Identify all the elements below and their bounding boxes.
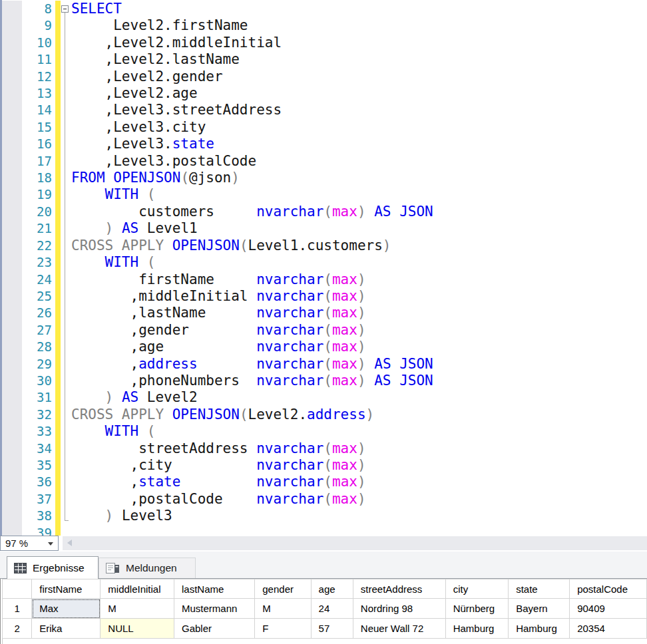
code-token	[366, 204, 375, 220]
grid-cell[interactable]: Mustermann	[174, 599, 255, 619]
code-line[interactable]: 15 ,Level3.city	[2, 119, 647, 136]
code-line[interactable]: 38 ) Level3	[2, 508, 647, 524]
code-line[interactable]: 14 ,Level3.streetAddress	[2, 102, 647, 118]
code-line[interactable]: 26 ,lastName nvarchar(max)	[2, 305, 647, 321]
code-line[interactable]: 19 WITH (	[2, 186, 647, 203]
line-number: 31	[22, 389, 55, 406]
grid-cell[interactable]: NULL	[101, 619, 174, 639]
grid-cell-selected[interactable]: Max	[32, 599, 101, 619]
results-grid: firstNamemiddleInitiallastNamegenderages…	[2, 579, 647, 639]
outline-guide	[61, 457, 71, 474]
grid-cell[interactable]: 57	[311, 619, 353, 639]
code-line[interactable]: 25 ,middleInitial nvarchar(max)	[2, 288, 647, 305]
code-line[interactable]: 32CROSS APPLY OPENJSON(Level2.address)	[2, 406, 647, 423]
code-token: customers	[71, 204, 256, 220]
code-line[interactable]: 37 ,postalCode nvarchar(max)	[2, 491, 647, 508]
grid-cell[interactable]: Neuer Wall 72	[353, 619, 445, 639]
code-token: )	[357, 271, 366, 287]
grid-cell[interactable]: F	[255, 619, 311, 639]
line-number: 26	[22, 305, 55, 321]
grid-cell[interactable]: Erika	[32, 619, 101, 639]
code-line[interactable]: 29 ,address nvarchar(max) AS JSON	[2, 356, 647, 373]
code-line[interactable]: 11 ,Level2.lastName	[2, 51, 647, 68]
code-text: ,middleInitial nvarchar(max)	[71, 288, 647, 305]
code-line[interactable]: 31 ) AS Level2	[2, 389, 647, 406]
grid-column-header[interactable]: gender	[255, 579, 311, 599]
scroll-left-icon[interactable]	[67, 540, 72, 546]
line-number: 12	[22, 69, 55, 85]
change-tracking-bar	[55, 474, 61, 490]
code-line[interactable]: 36 ,state nvarchar(max)	[2, 474, 647, 490]
code-line[interactable]: 17 ,Level3.postalCode	[2, 153, 647, 170]
grid-column-header[interactable]: firstName	[32, 579, 101, 599]
code-line[interactable]: 13 ,Level2.age	[2, 85, 647, 102]
code-line[interactable]: 30 ,phoneNumbers nvarchar(max) AS JSON	[2, 373, 647, 389]
grid-column-header[interactable]: city	[445, 579, 509, 599]
code-text: streetAddress nvarchar(max)	[71, 440, 647, 457]
grid-cell[interactable]: Nürnberg	[445, 599, 509, 619]
glyph-margin	[2, 373, 22, 389]
code-line[interactable]: 33 WITH (	[2, 423, 647, 440]
grid-cell[interactable]: 90409	[570, 599, 647, 619]
grid-cell[interactable]: M	[255, 599, 311, 619]
line-number: 34	[22, 440, 55, 457]
outline-guide	[61, 136, 71, 152]
code-line[interactable]: 27 ,gender nvarchar(max)	[2, 322, 647, 339]
grid-row-header[interactable]: 1	[3, 599, 32, 619]
glyph-margin	[2, 406, 22, 423]
grid-cell[interactable]: 24	[311, 599, 353, 619]
zoom-level-select[interactable]: 97 %	[0, 536, 59, 551]
tab-meldungen[interactable]: Meldungen	[99, 558, 196, 578]
code-line[interactable]: 35 ,city nvarchar(max)	[2, 457, 647, 474]
glyph-margin	[2, 423, 22, 440]
code-line[interactable]: 23 WITH (	[2, 254, 647, 271]
code-token: max	[332, 271, 357, 287]
grid-cell[interactable]: Gabler	[174, 619, 255, 639]
grid-cell[interactable]: Hamburg	[445, 619, 509, 639]
code-line[interactable]: 28 ,age nvarchar(max)	[2, 339, 647, 355]
outline-guide	[61, 491, 71, 508]
grid-column-header[interactable]: streetAddress	[353, 579, 445, 599]
code-line[interactable]: 8SELECT	[2, 1, 647, 17]
grid-column-header[interactable]: age	[311, 579, 353, 599]
grid-corner-cell[interactable]	[3, 579, 32, 599]
code-line[interactable]: 34 streetAddress nvarchar(max)	[2, 440, 647, 457]
code-token	[138, 186, 147, 202]
code-line[interactable]: 21 ) AS Level1	[2, 220, 647, 237]
grid-cell[interactable]: M	[101, 599, 174, 619]
grid-column-header[interactable]: middleInitial	[101, 579, 174, 599]
code-line[interactable]: 20 customers nvarchar(max) AS JSON	[2, 204, 647, 220]
code-token: nvarchar	[256, 440, 324, 456]
grid-cell[interactable]: Nordring 98	[353, 599, 445, 619]
grid-column-header[interactable]: lastName	[174, 579, 255, 599]
code-line[interactable]: 39	[2, 525, 647, 536]
grid-row-header[interactable]: 2	[3, 619, 32, 639]
code-line[interactable]: 22CROSS APPLY OPENJSON(Level1.customers)	[2, 238, 647, 254]
grid-column-header[interactable]: state	[509, 579, 570, 599]
grid-column-header[interactable]: postalCode	[570, 579, 647, 599]
glyph-margin	[2, 238, 22, 254]
line-number: 9	[22, 17, 55, 34]
line-number: 10	[22, 35, 55, 51]
sql-editor[interactable]: 8SELECT9 Level2.firstName10 ,Level2.midd…	[0, 0, 647, 536]
code-line[interactable]: 9 Level2.firstName	[2, 17, 647, 34]
code-line[interactable]: 18FROM OPENJSON(@json)	[2, 170, 647, 186]
grid-cell[interactable]: Bayern	[509, 599, 570, 619]
change-tracking-bar	[55, 254, 61, 271]
code-line[interactable]: 16 ,Level3.state	[2, 136, 647, 152]
outline-guide	[61, 85, 71, 102]
glyph-margin	[2, 186, 22, 203]
code-line[interactable]: 10 ,Level2.middleInitial	[2, 35, 647, 51]
code-line[interactable]: 24 firstName nvarchar(max)	[2, 271, 647, 288]
tab-ergebnisse[interactable]: Ergebnisse	[7, 556, 99, 579]
horizontal-scrollbar[interactable]	[63, 536, 647, 550]
code-line[interactable]: 12 ,Level2.gender	[2, 69, 647, 85]
code-token: nvarchar	[256, 474, 324, 490]
code-token: Level3	[113, 508, 172, 524]
glyph-margin	[2, 254, 22, 271]
grid-cell[interactable]: 20354	[570, 619, 647, 639]
code-token: )	[357, 204, 366, 220]
code-token: WITH	[105, 254, 139, 270]
collapse-toggle-icon[interactable]	[61, 5, 69, 13]
grid-cell[interactable]: Hamburg	[509, 619, 570, 639]
